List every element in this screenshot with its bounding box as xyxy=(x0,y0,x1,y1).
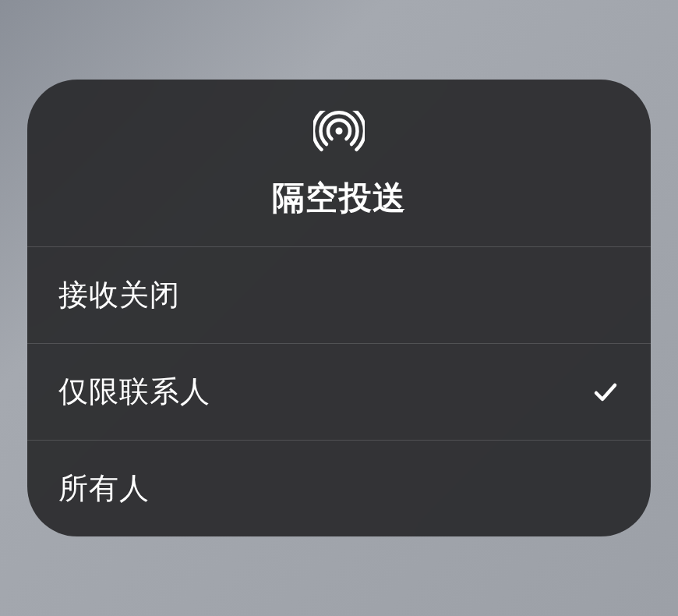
options-list: 接收关闭 仅限联系人 所有人 xyxy=(27,246,651,536)
option-label: 仅限联系人 xyxy=(58,372,210,412)
option-label: 所有人 xyxy=(58,469,150,508)
option-contacts-only[interactable]: 仅限联系人 xyxy=(27,343,651,440)
airdrop-icon xyxy=(313,111,365,158)
panel-title: 隔空投送 xyxy=(272,176,406,220)
option-receiving-off[interactable]: 接收关闭 xyxy=(27,246,651,343)
option-everyone[interactable]: 所有人 xyxy=(27,440,651,536)
panel-header: 隔空投送 xyxy=(27,80,651,246)
check-icon xyxy=(591,378,620,406)
svg-point-0 xyxy=(336,128,343,135)
airdrop-settings-panel: 隔空投送 接收关闭 仅限联系人 所有人 xyxy=(27,80,651,536)
option-label: 接收关闭 xyxy=(58,275,180,315)
